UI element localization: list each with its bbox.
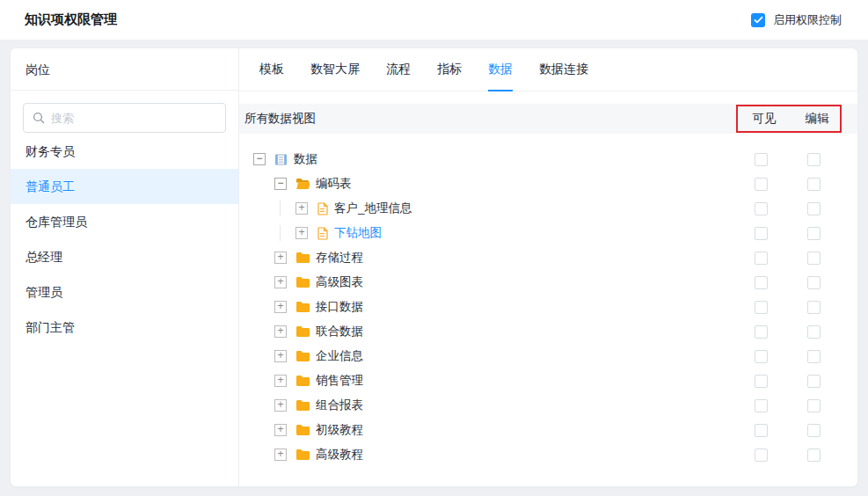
visible-checkbox[interactable] xyxy=(755,325,768,339)
edit-checkbox[interactable] xyxy=(807,202,821,215)
tree-node-label[interactable]: 接口数据 xyxy=(316,299,363,315)
visible-checkbox[interactable] xyxy=(755,276,768,289)
tree-row: +下钻地图 xyxy=(239,221,857,245)
folder-icon xyxy=(295,399,310,412)
tree-node: +存储过程 xyxy=(239,250,734,266)
expand-icon[interactable]: + xyxy=(274,301,287,313)
expand-icon[interactable]: + xyxy=(274,424,287,436)
search-icon xyxy=(33,112,45,124)
tab-item[interactable]: 数据 xyxy=(488,48,513,91)
tree-node: +客户_地理信息 xyxy=(239,201,734,216)
permission-cells xyxy=(734,227,840,240)
edit-checkbox-cell xyxy=(787,178,840,191)
visible-checkbox[interactable] xyxy=(755,375,768,388)
collapse-icon[interactable]: − xyxy=(253,153,266,165)
enable-permission-control[interactable]: 启用权限控制 xyxy=(751,12,842,28)
enable-permission-checkbox[interactable] xyxy=(751,13,765,27)
edit-checkbox-cell xyxy=(787,325,840,339)
edit-checkbox[interactable] xyxy=(807,424,821,437)
tree-row: +企业信息 xyxy=(239,344,857,368)
tab-item[interactable]: 数智大屏 xyxy=(310,48,360,91)
tree-node-label[interactable]: 组合报表 xyxy=(316,398,363,413)
visible-checkbox[interactable] xyxy=(755,449,768,462)
tree-node-label[interactable]: 编码表 xyxy=(316,176,352,192)
visible-checkbox-cell xyxy=(734,178,787,191)
tree-node-label[interactable]: 初级教程 xyxy=(316,422,363,438)
permission-cells xyxy=(734,252,840,265)
tab-item[interactable]: 模板 xyxy=(259,48,284,91)
sidebar-item-role[interactable]: 部门主管 xyxy=(11,310,238,345)
sidebar-item-role[interactable]: 普通员工 xyxy=(11,169,238,204)
data-view-icon xyxy=(274,153,288,166)
visible-checkbox[interactable] xyxy=(755,399,768,412)
sidebar-item-role[interactable]: 财务专员 xyxy=(11,134,238,169)
edit-checkbox-cell xyxy=(787,399,840,412)
search-box[interactable] xyxy=(23,103,226,133)
tree-node: +组合报表 xyxy=(239,398,734,413)
folder-icon xyxy=(295,350,310,362)
expand-icon[interactable]: + xyxy=(274,252,287,264)
expand-icon[interactable]: + xyxy=(274,399,287,412)
tab-item[interactable]: 指标 xyxy=(437,48,462,91)
permission-cells xyxy=(734,424,840,437)
expand-icon[interactable]: + xyxy=(274,325,287,338)
roles-list: 财务专员普通员工仓库管理员总经理管理员部门主管 xyxy=(11,134,238,345)
tree-node-label[interactable]: 高级图表 xyxy=(316,274,363,290)
visible-checkbox[interactable] xyxy=(755,424,768,437)
tree-guide-line xyxy=(280,201,281,216)
collapse-icon[interactable]: − xyxy=(274,178,287,190)
edit-checkbox[interactable] xyxy=(807,350,821,363)
tree-node-label[interactable]: 存储过程 xyxy=(316,250,363,266)
visible-checkbox[interactable] xyxy=(755,202,768,215)
edit-checkbox[interactable] xyxy=(807,227,821,240)
tree-node-label[interactable]: 销售管理 xyxy=(316,373,363,389)
tree-node-label[interactable]: 高级教程 xyxy=(316,447,363,463)
column-header-visible: 可见 xyxy=(738,111,791,127)
expand-icon[interactable]: + xyxy=(274,449,287,461)
folder-icon xyxy=(295,276,310,288)
edit-checkbox-cell xyxy=(787,202,840,215)
visible-checkbox[interactable] xyxy=(755,153,768,166)
search-input[interactable] xyxy=(51,112,216,125)
edit-checkbox-cell xyxy=(787,424,840,437)
visible-checkbox[interactable] xyxy=(755,301,768,314)
tree-node: +高级图表 xyxy=(239,274,734,290)
sidebar-item-role[interactable]: 仓库管理员 xyxy=(11,204,238,239)
tab-item[interactable]: 流程 xyxy=(386,48,411,91)
edit-checkbox[interactable] xyxy=(807,399,821,412)
edit-checkbox-cell xyxy=(787,301,840,314)
edit-checkbox-cell xyxy=(787,252,840,265)
tree-node-label[interactable]: 客户_地理信息 xyxy=(334,201,412,216)
edit-checkbox[interactable] xyxy=(807,375,821,388)
visible-checkbox[interactable] xyxy=(755,178,768,191)
tree-node-label[interactable]: 联合数据 xyxy=(316,324,363,339)
edit-checkbox[interactable] xyxy=(807,449,821,462)
edit-checkbox[interactable] xyxy=(807,178,821,191)
tree-node-label[interactable]: 数据 xyxy=(294,151,317,167)
visible-checkbox[interactable] xyxy=(755,252,768,265)
tree-node-label[interactable]: 企业信息 xyxy=(316,348,363,364)
visible-checkbox-cell xyxy=(734,399,787,412)
sidebar-item-role[interactable]: 总经理 xyxy=(11,239,238,274)
expand-icon[interactable]: + xyxy=(295,202,308,215)
visible-checkbox[interactable] xyxy=(755,350,768,363)
expand-icon[interactable]: + xyxy=(274,375,287,387)
visible-checkbox-cell xyxy=(734,424,787,437)
edit-checkbox[interactable] xyxy=(807,325,821,339)
edit-checkbox[interactable] xyxy=(807,252,821,265)
edit-checkbox[interactable] xyxy=(807,153,821,166)
expand-icon[interactable]: + xyxy=(274,276,287,288)
edit-checkbox[interactable] xyxy=(807,301,821,314)
tree-node: +企业信息 xyxy=(239,348,734,364)
tab-item[interactable]: 数据连接 xyxy=(539,48,588,91)
tree-row: +接口数据 xyxy=(239,295,857,319)
edit-checkbox[interactable] xyxy=(807,276,821,289)
tree-node-label[interactable]: 下钻地图 xyxy=(334,225,382,241)
tree-node: +初级教程 xyxy=(239,422,734,438)
expand-icon[interactable]: + xyxy=(274,350,287,362)
visible-checkbox-cell xyxy=(734,276,787,289)
tree-node: +下钻地图 xyxy=(239,225,734,241)
expand-icon[interactable]: + xyxy=(295,227,308,239)
visible-checkbox[interactable] xyxy=(755,227,768,240)
sidebar-item-role[interactable]: 管理员 xyxy=(11,274,238,310)
